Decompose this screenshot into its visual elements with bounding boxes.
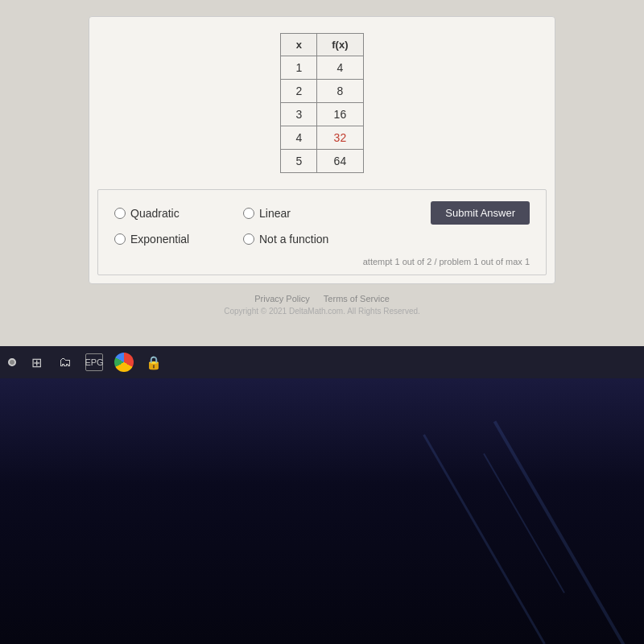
submit-button[interactable]: Submit Answer [431,201,530,225]
options-area: Quadratic Linear Submit Answer Exponenti… [97,189,547,275]
exponential-label: Exponential [130,233,189,246]
cell-fx-4: 32 [317,126,363,150]
cell-fx-2: 8 [317,80,363,103]
radio-not-a-function[interactable] [243,233,254,245]
option-linear[interactable]: Linear [243,207,372,220]
data-table: x f(x) 1 4 2 8 [280,33,363,173]
cell-x-2: 2 [281,80,317,103]
option-quadratic[interactable]: Quadratic [114,207,243,220]
table-row: 1 4 [281,56,363,80]
option-not-a-function[interactable]: Not a function [243,233,372,246]
table-row: 2 8 [281,80,363,103]
col-fx-header: f(x) [317,34,363,56]
footer-copyright: Copyright © 2021 DeltaMath.com. All Righ… [89,307,555,320]
terms-link[interactable]: Terms of Service [324,294,390,303]
taskbar-folder-icon[interactable]: 🗂 [56,353,74,371]
footer-links: Privacy Policy Terms of Service [89,284,555,307]
taskbar-circle-icon[interactable] [8,358,16,366]
taskbar-lock-icon[interactable]: 🔒 [145,353,163,371]
quadratic-label: Quadratic [130,207,180,220]
cell-x-1: 1 [281,56,317,80]
radio-exponential[interactable] [114,233,126,245]
options-row-1: Quadratic Linear Submit Answer [114,201,530,225]
cell-x-4: 4 [281,126,317,150]
table-row: 4 32 [281,126,363,150]
taskbar-chrome-icon[interactable] [114,353,134,372]
cell-x-5: 5 [281,150,317,173]
cell-fx-5: 64 [317,150,363,173]
attempt-text: attempt 1 out of 2 / problem 1 out of ma… [114,254,530,266]
light-streak-1 [423,434,546,644]
taskbar: ⊞ 🗂 EPG 🔒 [0,346,644,378]
linear-label: Linear [259,207,291,220]
table-wrapper: x f(x) 1 4 2 8 [89,17,555,181]
cell-fx-1: 4 [317,56,363,80]
taskbar-epic-icon[interactable]: EPG [85,353,103,371]
radio-linear[interactable] [243,208,254,219]
browser-area: x f(x) 1 4 2 8 [0,0,644,346]
table-row: 3 16 [281,103,363,126]
taskbar-grid-icon[interactable]: ⊞ [27,353,45,371]
cell-x-3: 3 [281,103,317,126]
table-row: 5 64 [281,150,363,173]
options-row-2: Exponential Not a function [114,233,530,246]
cell-fx-3: 16 [317,103,363,126]
content-card: x f(x) 1 4 2 8 [89,16,555,284]
col-x-header: x [281,34,317,56]
not-a-function-label: Not a function [259,233,328,246]
light-streak-3 [493,420,637,644]
dark-background [0,378,644,644]
radio-quadratic[interactable] [114,208,126,219]
privacy-link[interactable]: Privacy Policy [254,294,309,303]
option-exponential[interactable]: Exponential [114,233,243,246]
